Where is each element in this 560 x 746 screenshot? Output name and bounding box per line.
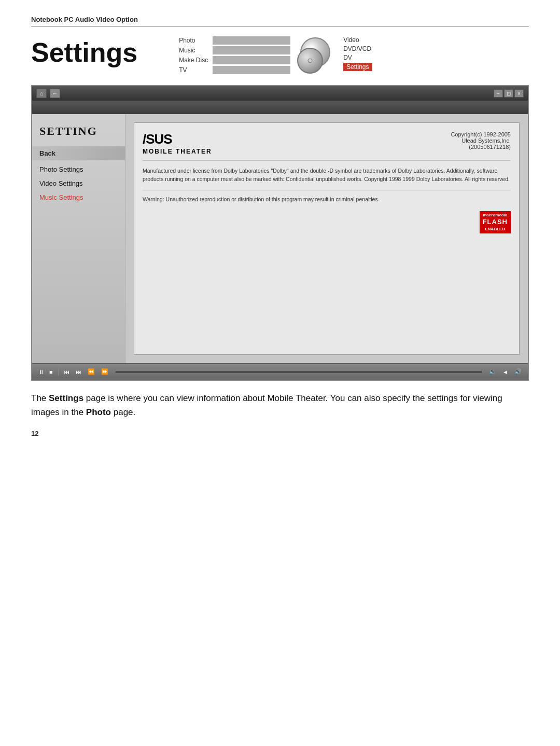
progress-area — [114, 371, 484, 373]
desc-bold-photo: Photo — [86, 407, 111, 417]
tab-video[interactable]: Video — [343, 36, 372, 44]
tab-tv-label: TV — [179, 66, 213, 74]
close-icon: × — [517, 91, 521, 96]
back-icon: ← — [52, 90, 58, 96]
playback-controls-left: ⏸ ■ — [37, 368, 59, 376]
tab-makedisc-label: Make Disc — [179, 57, 213, 64]
tab-settings[interactable]: Settings — [343, 63, 372, 71]
desc-intro: The — [31, 393, 49, 403]
close-button[interactable]: × — [514, 89, 524, 98]
rewind-button[interactable]: ⏪ — [87, 368, 96, 376]
ulead-text: Ulead Systems,Inc. — [451, 137, 511, 144]
flash-enabled: ENABLED — [483, 227, 508, 232]
about-warning-section: Warning: Unauthorized reproduction or di… — [143, 196, 511, 204]
minimize-button[interactable]: − — [494, 89, 503, 98]
restore-icon: ⊡ — [507, 91, 511, 96]
window-body: Setting Back Photo Settings Video Settin… — [32, 114, 528, 363]
volume-down-button[interactable]: 🔈 — [488, 368, 497, 376]
back-button[interactable]: ← — [50, 89, 60, 98]
minimize-icon: − — [497, 91, 500, 96]
tab-nav-area: Photo Music Make Disc TV — [179, 36, 372, 76]
fastforward-button[interactable]: ⏩ — [100, 368, 109, 376]
sidebar-item-photo[interactable]: Photo Settings — [32, 162, 125, 176]
svg-text:/SUS: /SUS — [143, 131, 172, 147]
tab-makedisc[interactable]: Make Disc — [179, 56, 290, 64]
sidebar-item-back[interactable]: Back — [32, 146, 125, 160]
sidebar: Setting Back Photo Settings Video Settin… — [32, 114, 125, 363]
progress-track — [116, 371, 482, 373]
flash-label: FLASH — [483, 218, 508, 227]
titlebar-right: − ⊡ × — [494, 89, 524, 98]
warning-text: Warning: Unauthorized reproduction or di… — [143, 196, 380, 202]
desc-bold-settings: Settings — [49, 393, 83, 403]
window-bottom: ⏸ ■ ⏮ ⏭ ⏪ ⏩ 🔈 ◄ 🔊 — [32, 363, 528, 380]
home-icon: ⌂ — [40, 90, 44, 96]
flash-macromedia: macromedia — [483, 213, 508, 218]
tab-tv[interactable]: TV — [179, 66, 290, 74]
sidebar-title: Setting — [32, 125, 125, 146]
tab-tv-bar — [213, 66, 290, 74]
tab-dvd[interactable]: DVD/VCD — [343, 45, 372, 52]
tab-dv[interactable]: DV — [343, 54, 372, 61]
copyright-text: Copyright(c) 1992-2005 — [451, 131, 511, 137]
restore-button[interactable]: ⊡ — [504, 89, 513, 98]
doc-header: Notebook PC Audio Video Option — [31, 16, 529, 27]
doc-header-text: Notebook PC Audio Video Option — [31, 16, 138, 23]
pause-button[interactable]: ⏸ — [37, 368, 45, 376]
prev-track-button[interactable]: ⏮ — [63, 368, 71, 376]
stop-button[interactable]: ■ — [48, 368, 54, 376]
about-box: /SUS MOBILE THEATER Copyright(c) 1992-20… — [134, 122, 520, 355]
cd-icon-bottom — [297, 48, 323, 74]
volume-up-button[interactable]: 🔊 — [513, 368, 523, 376]
sidebar-item-video[interactable]: Video Settings — [32, 176, 125, 190]
version-text: (200506171218) — [451, 144, 511, 150]
tab-nav-right: Video DVD/VCD DV Settings — [343, 36, 372, 73]
top-section: Settings Photo Music Make Disc TV — [31, 36, 529, 76]
cd-hole-bottom — [308, 59, 313, 63]
window-topbar — [32, 101, 528, 114]
sidebar-title-text: Setting — [39, 125, 97, 137]
titlebar-left: ⌂ ← — [36, 89, 60, 98]
tab-photo-label: Photo — [179, 37, 213, 44]
next-track-button[interactable]: ⏭ — [75, 368, 82, 376]
volume-mute-button[interactable]: ◄ — [501, 368, 509, 376]
about-header: /SUS MOBILE THEATER Copyright(c) 1992-20… — [143, 131, 511, 161]
home-button[interactable]: ⌂ — [36, 89, 47, 98]
tab-photo-bar — [213, 36, 290, 45]
main-content: /SUS MOBILE THEATER Copyright(c) 1992-20… — [125, 114, 528, 363]
tab-nav-left: Photo Music Make Disc TV — [179, 36, 290, 76]
flash-badge: macromedia FLASH ENABLED — [480, 211, 511, 234]
window-titlebar: ⌂ ← − ⊡ × — [32, 86, 528, 101]
sidebar-item-music[interactable]: Music Settings — [32, 190, 125, 204]
cd-icon-group — [297, 37, 333, 74]
brand-section: /SUS MOBILE THEATER — [143, 131, 212, 155]
asus-logo-svg: /SUS — [143, 131, 184, 147]
mobile-theater-label: MOBILE THEATER — [143, 148, 212, 155]
tab-music[interactable]: Music — [179, 46, 290, 54]
asus-logo-area: /SUS — [143, 131, 212, 147]
tab-music-label: Music — [179, 47, 213, 54]
tab-photo[interactable]: Photo — [179, 36, 290, 45]
page-number: 12 — [31, 430, 529, 437]
flash-badge-area: macromedia FLASH ENABLED — [480, 211, 511, 234]
app-window: ⌂ ← − ⊡ × Setting Back Photo — [31, 85, 529, 381]
about-legal: Manufactured under license from Dolby La… — [143, 167, 511, 190]
description-paragraph: The Settings page is where you can view … — [31, 391, 508, 419]
tab-makedisc-bar — [213, 56, 290, 64]
tab-icon-area — [295, 36, 336, 74]
page-title: Settings — [31, 36, 137, 66]
desc-end: page. — [111, 407, 135, 417]
tab-music-bar — [213, 46, 290, 54]
copyright-info: Copyright(c) 1992-2005 Ulead Systems,Inc… — [451, 131, 511, 150]
